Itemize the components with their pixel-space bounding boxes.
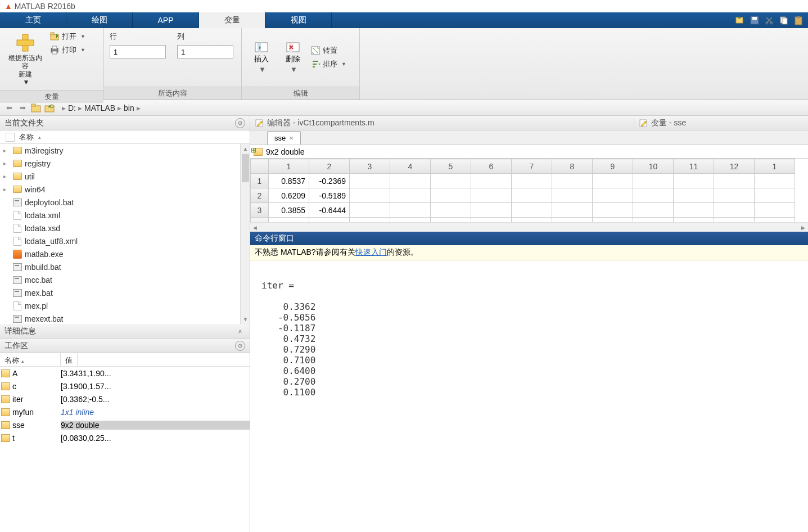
details-header[interactable]: 详细信息 ʌ	[0, 324, 250, 339]
print-button[interactable]: 打印▼	[49, 45, 85, 55]
cell[interactable]: -0.2369	[309, 174, 350, 188]
col-header[interactable]: 6	[471, 159, 512, 174]
cell[interactable]	[512, 188, 552, 203]
nav-back-icon[interactable]: ⬅	[3, 102, 15, 114]
breadcrumb-d[interactable]: D:	[68, 103, 76, 112]
cell[interactable]	[471, 203, 512, 218]
cell[interactable]	[471, 174, 512, 188]
cell[interactable]	[350, 203, 390, 218]
cell[interactable]	[714, 203, 755, 218]
cell[interactable]	[593, 203, 633, 218]
breadcrumb-bin[interactable]: bin	[124, 103, 134, 112]
scroll-right-icon[interactable]: ▶	[798, 223, 808, 232]
cell[interactable]	[755, 174, 795, 188]
file-row[interactable]: lcdata_utf8.xml	[0, 235, 250, 247]
delete-button[interactable]: 删除▼	[279, 42, 307, 74]
panel-menu-icon[interactable]: ⊙	[235, 341, 245, 351]
row-header[interactable]: 3	[251, 203, 269, 218]
expand-icon[interactable]: ▸	[3, 173, 10, 179]
variable-tab-sse[interactable]: sse ×	[267, 131, 301, 145]
file-row[interactable]: ▸registry	[0, 157, 250, 170]
row-header[interactable]: 2	[251, 188, 269, 203]
col-header[interactable]: 1	[269, 159, 309, 174]
file-row[interactable]: mexext.bat	[0, 312, 250, 324]
col-header[interactable]: 9	[593, 159, 633, 174]
cell[interactable]	[431, 188, 471, 203]
file-row[interactable]: mex.pl	[0, 299, 250, 312]
file-row[interactable]: mex.bat	[0, 286, 250, 299]
scroll-left-icon[interactable]: ◀	[250, 223, 260, 232]
cell[interactable]	[633, 174, 674, 188]
expand-icon[interactable]: ▸	[3, 186, 10, 192]
cell[interactable]	[674, 188, 714, 203]
cell[interactable]	[390, 203, 431, 218]
quick-cut-icon[interactable]	[764, 15, 774, 25]
cell[interactable]	[390, 174, 431, 188]
workspace-row[interactable]: myfun1x1 inline	[0, 405, 250, 418]
tab-plots[interactable]: 绘图	[66, 12, 133, 28]
cell[interactable]	[350, 188, 390, 203]
insert-button[interactable]: 插入▼	[247, 42, 276, 74]
cell[interactable]	[390, 188, 431, 203]
workspace-row[interactable]: sse9x2 double	[0, 418, 250, 431]
workspace-row[interactable]: iter[0.3362;-0.5...	[0, 393, 250, 405]
cell[interactable]	[593, 174, 633, 188]
quick-copy-icon[interactable]	[779, 15, 789, 25]
file-row[interactable]: matlab.exe	[0, 247, 250, 260]
workspace-row[interactable]: t[0.0830,0.25...	[0, 431, 250, 444]
variable-grid[interactable]: 123456789101112110.8537-0.236920.6209-0.…	[250, 159, 808, 232]
expand-icon[interactable]: ▸	[3, 160, 10, 166]
file-row[interactable]: lcdata.xml	[0, 209, 250, 222]
expand-icon[interactable]: ▸	[3, 147, 10, 154]
file-row[interactable]: deploytool.bat	[0, 196, 250, 209]
file-row[interactable]: mcc.bat	[0, 273, 250, 286]
nav-forward-icon[interactable]: ➡	[17, 102, 28, 114]
row-header[interactable]: 1	[251, 174, 269, 188]
cell[interactable]	[431, 203, 471, 218]
cell[interactable]: 0.8537	[269, 174, 309, 188]
col-header[interactable]: 10	[633, 159, 674, 174]
new-from-selection-button[interactable]: 根据所选内容 新建▼	[6, 31, 45, 87]
col-header[interactable]: 4	[390, 159, 431, 174]
cell[interactable]	[552, 203, 593, 218]
col-header[interactable]: 8	[552, 159, 593, 174]
row-input[interactable]	[110, 45, 166, 58]
scroll-up-icon[interactable]: ▲	[241, 144, 250, 154]
cell[interactable]	[512, 174, 552, 188]
tab-variable[interactable]: 变量	[199, 12, 265, 28]
col-header[interactable]: 7	[512, 159, 552, 174]
expand-up-icon[interactable]: ʌ	[235, 326, 245, 336]
cell[interactable]: 0.3855	[269, 203, 309, 218]
col-header[interactable]: 5	[431, 159, 471, 174]
cell[interactable]: 0.6209	[269, 188, 309, 203]
grid-scrollbar[interactable]: ◀ ▶	[250, 222, 808, 232]
quick-save-icon[interactable]	[750, 15, 760, 25]
tab-home[interactable]: 主页	[0, 12, 66, 28]
getting-started-link[interactable]: 快速入门	[355, 247, 387, 256]
quick-import-icon[interactable]	[735, 15, 745, 25]
col-header[interactable]: 1	[755, 159, 795, 174]
cell[interactable]: -0.6444	[309, 203, 350, 218]
close-icon[interactable]: ×	[289, 134, 294, 142]
tab-view[interactable]: 视图	[265, 12, 332, 28]
quick-paste-icon[interactable]	[793, 15, 804, 25]
cell[interactable]	[674, 203, 714, 218]
cell[interactable]	[674, 174, 714, 188]
file-list-header[interactable]: 名称 ▴	[0, 130, 250, 144]
transpose-button[interactable]: 转置	[310, 46, 346, 56]
cell[interactable]	[512, 203, 552, 218]
scroll-down-icon[interactable]: ▼	[241, 314, 250, 324]
scroll-thumb[interactable]	[242, 154, 249, 182]
cell[interactable]	[552, 188, 593, 203]
sort-button[interactable]: 排序▼	[310, 59, 346, 69]
workspace-columns[interactable]: 名称 ▴ 值	[0, 353, 250, 367]
file-row[interactable]: ▸m3iregistry	[0, 144, 250, 157]
cell[interactable]	[633, 203, 674, 218]
nav-up-icon[interactable]	[44, 103, 55, 113]
col-header[interactable]: 3	[350, 159, 390, 174]
workspace-row[interactable]: c[3.1900,1.57...	[0, 380, 250, 393]
workspace-row[interactable]: A[3.3431,1.90...	[0, 367, 250, 380]
cell[interactable]	[471, 188, 512, 203]
breadcrumb-matlab[interactable]: MATLAB	[84, 103, 115, 112]
open-button[interactable]: 打开▼	[49, 31, 85, 42]
